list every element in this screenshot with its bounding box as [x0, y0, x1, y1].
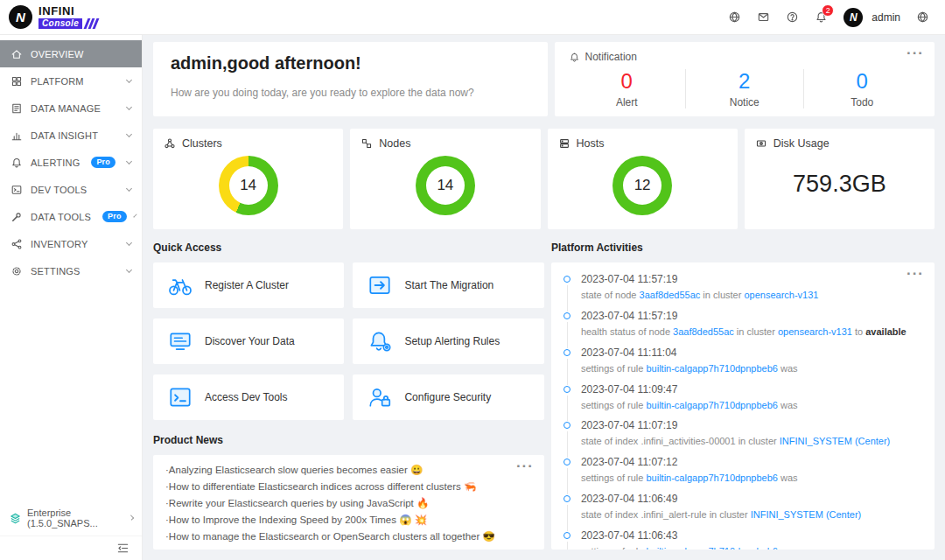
sidebar-item-label: DATA INSIGHT: [31, 130, 98, 141]
donut-chart: 14: [416, 156, 475, 215]
sidebar-nav: OVERVIEWPLATFORMDATA MANAGEDATA INSIGHTA…: [0, 35, 142, 284]
quick-access-start-the-migration[interactable]: Start The Migration: [353, 262, 543, 308]
sidebar-item-platform[interactable]: PLATFORM: [0, 67, 142, 94]
activity-desc: settings of rule builtin-calgapp7h710dpn…: [581, 362, 922, 375]
news-item[interactable]: Analyzing Elasticsearch slow queries bec…: [165, 462, 532, 479]
user-name[interactable]: admin: [872, 11, 900, 24]
sidebar-item-label: DATA TOOLS: [31, 212, 91, 222]
quick-access-configure-security[interactable]: Configure Security: [353, 374, 543, 420]
sidebar-item-dev-tools[interactable]: DEV TOOLS: [0, 176, 142, 203]
activity-item: 2023-07-04 11:07:12settings of rule buil…: [564, 456, 922, 493]
ellipsis-menu-icon[interactable]: [906, 46, 924, 60]
activity-desc: state of index .infini_alert-rule in clu…: [581, 508, 922, 522]
data-tools-icon: [10, 211, 23, 223]
notification-stats: 0Alert2Notice0Todo: [569, 69, 920, 108]
sidebar-item-inventory[interactable]: INVENTORY: [0, 230, 142, 257]
alerting-icon: [10, 157, 23, 169]
activity-item: 2023-07-04 11:57:19state of node 3aaf8de…: [564, 273, 922, 310]
metric-header: Hosts: [558, 137, 727, 150]
notification-header: Notification: [569, 51, 920, 63]
quick-access-setup-alerting-rules[interactable]: Setup Alerting Rules: [353, 318, 543, 364]
activity-link[interactable]: builtin-calgapp7h710dpnpbeb6: [646, 546, 777, 550]
activity-status: available: [865, 326, 906, 337]
activity-link[interactable]: 3aaf8ded55ac: [673, 326, 734, 337]
activity-text: health status of node: [581, 326, 673, 337]
activity-link[interactable]: builtin-calgapp7h710dpnpbeb6: [646, 472, 777, 483]
activity-text: in cluster: [700, 290, 744, 300]
metric-header: Clusters: [164, 137, 332, 150]
sidebar-item-data-insight[interactable]: DATA INSIGHT: [0, 122, 142, 149]
logo-slashes-icon: [84, 18, 97, 29]
activity-link[interactable]: builtin-calgapp7h710dpnpbeb6: [646, 400, 777, 410]
activity-link[interactable]: opensearch-v131: [778, 326, 852, 337]
activity-time: 2023-07-04 11:06:49: [581, 493, 922, 505]
news-item[interactable]: How to manage the Elasticsearch or OpenS…: [165, 528, 532, 545]
stat-value: 0: [569, 69, 685, 94]
activity-item: 2023-07-04 11:57:19health status of node…: [564, 310, 922, 346]
globe-icon[interactable]: [916, 10, 929, 24]
menu-fold-icon: [116, 542, 130, 555]
help-icon[interactable]: [786, 10, 799, 24]
dev-tools-icon: [10, 184, 23, 196]
news-item[interactable]: How to Improve the Indexing Speed by 200…: [165, 512, 532, 528]
sidebar-item-settings[interactable]: SETTINGS: [0, 257, 142, 284]
quick-access-access-dev-tools[interactable]: Access Dev Tools: [153, 374, 344, 420]
register-cluster-icon: [167, 272, 193, 298]
chevron-down-icon: [133, 214, 136, 217]
news-item[interactable]: How to differentiate Elasticsearch indic…: [165, 479, 532, 495]
app-layout: OVERVIEWPLATFORMDATA MANAGEDATA INSIGHTA…: [0, 35, 945, 560]
pro-badge: Pro: [91, 157, 116, 168]
security-icon: [367, 384, 393, 410]
metric-header: Nodes: [360, 137, 529, 150]
main-content: admin,good afternoon! How are you doing …: [143, 35, 945, 560]
activity-time: 2023-07-04 11:06:43: [581, 529, 922, 542]
product-news-card: Analyzing Elasticsearch slow queries bec…: [153, 455, 544, 550]
activity-text: in cluster: [734, 326, 778, 337]
activity-link[interactable]: INFINI_SYSTEM (Center): [780, 436, 891, 446]
chevron-down-icon: [126, 131, 132, 137]
translate-icon[interactable]: [728, 10, 741, 24]
hosts-icon: [558, 137, 570, 150]
activity-link[interactable]: INFINI_SYSTEM (Center): [751, 509, 862, 520]
activity-time: 2023-07-04 11:09:47: [581, 383, 922, 396]
activity-text: settings of rule: [581, 400, 647, 410]
donut-value: 14: [426, 166, 465, 205]
data-manage-icon: [10, 102, 23, 115]
activity-link[interactable]: opensearch-v131: [744, 290, 818, 300]
logo-text: INFINI Console: [38, 5, 97, 29]
activity-text: state of index: [581, 509, 641, 520]
user-avatar[interactable]: [844, 8, 863, 27]
sidebar-item-label: PLATFORM: [31, 76, 84, 87]
brand-name: INFINI: [38, 5, 97, 18]
metric-header: Disk Usage: [755, 137, 924, 150]
notification-stat-notice[interactable]: 2Notice: [686, 69, 803, 108]
sidebar-item-data-manage[interactable]: DATA MANAGE: [0, 94, 142, 122]
bell-icon[interactable]: 2: [815, 10, 828, 24]
news-item[interactable]: Rewrite your Elasticsearch queries by us…: [165, 495, 532, 512]
ellipsis-menu-icon[interactable]: [516, 458, 534, 473]
quick-access-discover-your-data[interactable]: Discover Your Data: [153, 318, 344, 364]
activity-link[interactable]: builtin-calgapp7h710dpnpbeb6: [646, 363, 777, 374]
activity-link[interactable]: 3aaf8ded55ac: [640, 290, 701, 300]
donut-chart: 12: [612, 156, 672, 215]
donut-chart-wrap: 14: [164, 156, 332, 215]
metric-title: Nodes: [379, 137, 410, 150]
notification-stat-todo[interactable]: 0Todo: [804, 69, 920, 108]
quick-access-grid: Register A ClusterStart The MigrationDis…: [153, 262, 544, 420]
donut-chart-wrap: 12: [558, 156, 727, 215]
activities-timeline: 2023-07-04 11:57:19state of node 3aaf8de…: [564, 273, 922, 550]
activity-text: .infini_alert-rule: [640, 509, 706, 520]
discover-icon: [167, 328, 193, 354]
sidebar-collapse[interactable]: [0, 536, 142, 560]
sidebar-item-data-tools[interactable]: DATA TOOLSPro: [0, 203, 142, 230]
activity-desc: state of index .infini_activities-00001 …: [581, 435, 922, 448]
app-logo[interactable]: INFINI Console: [0, 0, 143, 34]
sidebar-item-alerting[interactable]: ALERTINGPro: [0, 149, 142, 176]
license-info[interactable]: Enterprise (1.5.0_SNAPS...: [0, 500, 142, 536]
mail-icon[interactable]: [757, 10, 770, 24]
notification-stat-alert[interactable]: 0Alert: [569, 69, 686, 108]
donut-chart-wrap: 14: [360, 156, 529, 215]
sidebar-item-overview[interactable]: OVERVIEW: [0, 40, 142, 67]
activity-text: .infini_activities-00001: [640, 436, 735, 446]
quick-access-register-a-cluster[interactable]: Register A Cluster: [153, 262, 344, 308]
